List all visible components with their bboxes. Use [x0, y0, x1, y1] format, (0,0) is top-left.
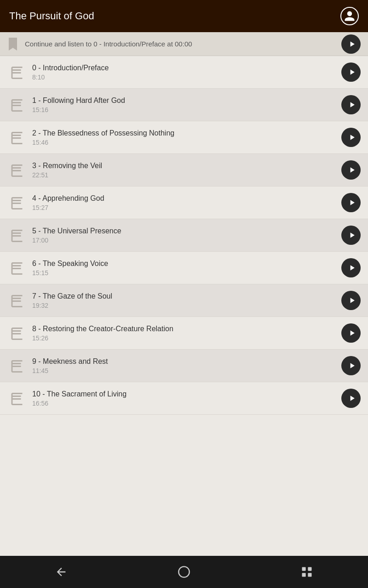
track-title: 1 - Following Hard After God [32, 96, 341, 105]
track-info: 8 - Restoring the Creator-Creature Relat… [32, 325, 341, 342]
continue-play-button[interactable] [341, 34, 361, 54]
play-button[interactable] [341, 291, 361, 310]
track-duration: 8:10 [32, 74, 341, 81]
play-button[interactable] [341, 323, 361, 343]
track-duration: 11:45 [32, 367, 341, 374]
book-icon [7, 63, 25, 81]
continue-banner[interactable]: Continue and listen to 0 - Introduction/… [0, 32, 368, 56]
continue-text: Continue and listen to 0 - Introduction/… [25, 40, 341, 48]
play-button[interactable] [341, 193, 361, 212]
book-icon [7, 357, 25, 374]
track-title: 5 - The Universal Presence [32, 227, 341, 235]
track-duration: 15:26 [32, 334, 341, 342]
track-info: 10 - The Sacrament of Living 16:56 [32, 390, 341, 407]
svg-rect-3 [302, 573, 305, 577]
play-button[interactable] [341, 95, 361, 114]
track-title: 6 - The Speaking Voice [32, 260, 341, 268]
track-title: 3 - Removing the Veil [32, 162, 341, 170]
play-button[interactable] [341, 62, 361, 82]
app-bar: The Pursuit of God [0, 0, 368, 32]
track-duration: 19:32 [32, 302, 341, 309]
track-item[interactable]: 5 - The Universal Presence 17:00 [0, 219, 368, 252]
track-list: 0 - Introduction/Preface 8:10 1 - Follow… [0, 56, 368, 556]
track-item[interactable]: 10 - The Sacrament of Living 16:56 [0, 382, 368, 415]
track-item[interactable]: 7 - The Gaze of the Soul 19:32 [0, 284, 368, 317]
track-info: 3 - Removing the Veil 22:51 [32, 162, 341, 179]
track-duration: 15:46 [32, 139, 341, 146]
account-icon[interactable] [340, 7, 359, 25]
bookmark-icon [7, 38, 18, 51]
track-item[interactable]: 3 - Removing the Veil 22:51 [0, 154, 368, 187]
track-item[interactable]: 9 - Meekness and Rest 11:45 [0, 350, 368, 382]
track-info: 6 - The Speaking Voice 15:15 [32, 260, 341, 277]
svg-rect-2 [308, 567, 311, 571]
svg-rect-4 [308, 573, 311, 577]
book-icon [7, 194, 25, 211]
track-duration: 15:16 [32, 106, 341, 113]
track-item[interactable]: 8 - Restoring the Creator-Creature Relat… [0, 317, 368, 350]
track-duration: 22:51 [32, 171, 341, 179]
book-icon [7, 292, 25, 309]
track-item[interactable]: 6 - The Speaking Voice 15:15 [0, 252, 368, 284]
svg-rect-1 [302, 567, 305, 571]
book-icon [7, 259, 25, 277]
track-duration: 16:56 [32, 400, 341, 407]
play-button[interactable] [341, 258, 361, 277]
track-info: 4 - Apprehending God 15:27 [32, 194, 341, 211]
back-nav-button[interactable] [47, 558, 75, 586]
play-button[interactable] [341, 389, 361, 408]
track-duration: 15:15 [32, 269, 341, 277]
track-title: 7 - The Gaze of the Soul [32, 292, 341, 300]
track-duration: 17:00 [32, 237, 341, 244]
track-title: 4 - Apprehending God [32, 194, 341, 203]
track-info: 9 - Meekness and Rest 11:45 [32, 357, 341, 374]
track-info: 2 - The Blessedness of Possessing Nothin… [32, 129, 341, 146]
track-title: 2 - The Blessedness of Possessing Nothin… [32, 129, 341, 137]
book-icon [7, 226, 25, 244]
home-nav-button[interactable] [170, 558, 198, 586]
svg-point-0 [178, 566, 189, 577]
track-info: 0 - Introduction/Preface 8:10 [32, 64, 341, 81]
track-item[interactable]: 4 - Apprehending God 15:27 [0, 187, 368, 219]
book-icon [7, 161, 25, 179]
track-info: 7 - The Gaze of the Soul 19:32 [32, 292, 341, 309]
recents-nav-button[interactable] [293, 558, 321, 586]
play-button[interactable] [341, 226, 361, 245]
track-title: 10 - The Sacrament of Living [32, 390, 341, 398]
play-button[interactable] [341, 128, 361, 147]
play-button[interactable] [341, 160, 361, 180]
book-icon [7, 390, 25, 407]
app-title: The Pursuit of God [9, 10, 94, 22]
track-title: 9 - Meekness and Rest [32, 357, 341, 366]
track-duration: 15:27 [32, 204, 341, 211]
track-info: 5 - The Universal Presence 17:00 [32, 227, 341, 244]
track-title: 8 - Restoring the Creator-Creature Relat… [32, 325, 341, 333]
book-icon [7, 96, 25, 113]
book-icon [7, 324, 25, 342]
track-title: 0 - Introduction/Preface [32, 64, 341, 72]
track-item[interactable]: 2 - The Blessedness of Possessing Nothin… [0, 121, 368, 154]
track-item[interactable]: 0 - Introduction/Preface 8:10 [0, 56, 368, 89]
nav-bar [0, 556, 368, 588]
track-info: 1 - Following Hard After God 15:16 [32, 96, 341, 113]
track-item[interactable]: 1 - Following Hard After God 15:16 [0, 89, 368, 121]
book-icon [7, 129, 25, 146]
play-button[interactable] [341, 356, 361, 375]
